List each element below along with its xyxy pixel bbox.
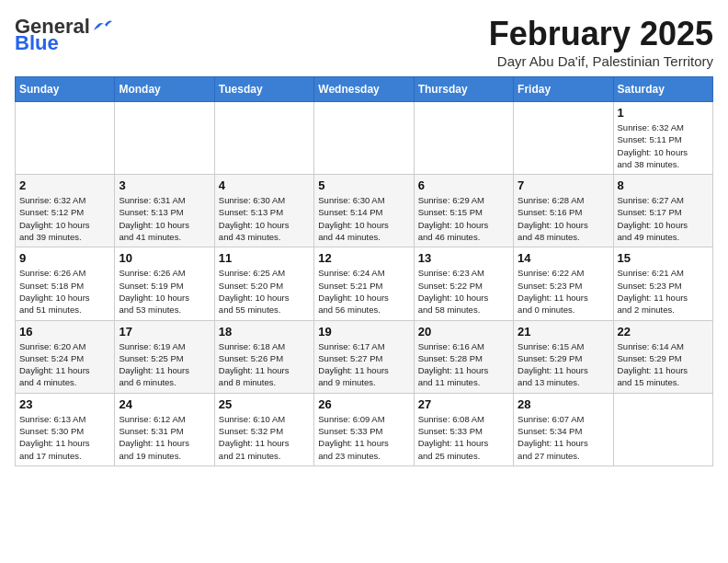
- day-of-week-header: Friday: [514, 77, 613, 102]
- day-info: Sunrise: 6:26 AM Sunset: 5:19 PM Dayligh…: [119, 267, 210, 316]
- day-info: Sunrise: 6:24 AM Sunset: 5:21 PM Dayligh…: [318, 267, 409, 316]
- calendar-cell: 6Sunrise: 6:29 AM Sunset: 5:15 PM Daylig…: [414, 175, 513, 247]
- calendar-cell: [514, 102, 613, 175]
- day-info: Sunrise: 6:09 AM Sunset: 5:33 PM Dayligh…: [318, 413, 409, 462]
- calendar-cell: 22Sunrise: 6:14 AM Sunset: 5:29 PM Dayli…: [613, 320, 712, 393]
- day-number: 10: [119, 251, 210, 265]
- day-info: Sunrise: 6:17 AM Sunset: 5:27 PM Dayligh…: [318, 340, 409, 389]
- day-info: Sunrise: 6:14 AM Sunset: 5:29 PM Dayligh…: [618, 340, 709, 389]
- day-info: Sunrise: 6:10 AM Sunset: 5:32 PM Dayligh…: [219, 413, 310, 462]
- day-number: 28: [518, 397, 609, 411]
- calendar-cell: 27Sunrise: 6:08 AM Sunset: 5:33 PM Dayli…: [414, 393, 513, 465]
- calendar-cell: 16Sunrise: 6:20 AM Sunset: 5:24 PM Dayli…: [16, 320, 115, 393]
- day-info: Sunrise: 6:26 AM Sunset: 5:18 PM Dayligh…: [19, 267, 110, 316]
- calendar-cell: 25Sunrise: 6:10 AM Sunset: 5:32 PM Dayli…: [214, 393, 313, 465]
- day-number: 27: [418, 397, 509, 411]
- calendar-cell: 15Sunrise: 6:21 AM Sunset: 5:23 PM Dayli…: [613, 247, 712, 320]
- title-area: February 2025 Dayr Abu Da'if, Palestinia…: [489, 15, 713, 69]
- day-number: 9: [19, 251, 110, 265]
- day-number: 18: [219, 325, 310, 339]
- calendar-cell: [214, 102, 313, 175]
- calendar-cell: 8Sunrise: 6:27 AM Sunset: 5:17 PM Daylig…: [613, 175, 712, 247]
- day-info: Sunrise: 6:29 AM Sunset: 5:15 PM Dayligh…: [418, 194, 509, 243]
- day-number: 11: [219, 251, 310, 265]
- location: Dayr Abu Da'if, Palestinian Territory: [489, 53, 713, 69]
- day-number: 3: [119, 178, 210, 192]
- calendar-cell: 23Sunrise: 6:13 AM Sunset: 5:30 PM Dayli…: [16, 393, 115, 465]
- day-number: 24: [119, 397, 210, 411]
- day-info: Sunrise: 6:28 AM Sunset: 5:16 PM Dayligh…: [518, 194, 609, 243]
- calendar-cell: 2Sunrise: 6:32 AM Sunset: 5:12 PM Daylig…: [16, 175, 115, 247]
- day-number: 4: [219, 178, 310, 192]
- calendar-cell: [16, 102, 115, 175]
- day-info: Sunrise: 6:32 AM Sunset: 5:12 PM Dayligh…: [19, 194, 110, 243]
- page-header: General Blue February 2025 Dayr Abu Da'i…: [15, 15, 713, 69]
- day-info: Sunrise: 6:20 AM Sunset: 5:24 PM Dayligh…: [19, 340, 110, 389]
- calendar-cell: 11Sunrise: 6:25 AM Sunset: 5:20 PM Dayli…: [214, 247, 313, 320]
- day-number: 2: [19, 178, 110, 192]
- calendar-cell: [314, 102, 414, 175]
- calendar-cell: [613, 393, 712, 465]
- day-number: 23: [19, 397, 110, 411]
- calendar-table: SundayMondayTuesdayWednesdayThursdayFrid…: [15, 76, 713, 466]
- calendar-cell: 18Sunrise: 6:18 AM Sunset: 5:26 PM Dayli…: [214, 320, 313, 393]
- calendar-week-row: 9Sunrise: 6:26 AM Sunset: 5:18 PM Daylig…: [16, 247, 713, 320]
- day-number: 6: [418, 178, 509, 192]
- day-number: 8: [618, 178, 709, 192]
- day-of-week-header: Thursday: [414, 77, 513, 102]
- calendar-cell: 3Sunrise: 6:31 AM Sunset: 5:13 PM Daylig…: [115, 175, 214, 247]
- calendar-cell: 7Sunrise: 6:28 AM Sunset: 5:16 PM Daylig…: [514, 175, 613, 247]
- day-of-week-header: Monday: [115, 77, 214, 102]
- calendar-cell: 24Sunrise: 6:12 AM Sunset: 5:31 PM Dayli…: [115, 393, 214, 465]
- day-number: 12: [318, 251, 409, 265]
- calendar-cell: [414, 102, 513, 175]
- calendar-week-row: 2Sunrise: 6:32 AM Sunset: 5:12 PM Daylig…: [16, 175, 713, 247]
- day-number: 21: [518, 325, 609, 339]
- day-info: Sunrise: 6:07 AM Sunset: 5:34 PM Dayligh…: [518, 413, 609, 462]
- calendar-week-row: 1Sunrise: 6:32 AM Sunset: 5:11 PM Daylig…: [16, 102, 713, 175]
- day-info: Sunrise: 6:30 AM Sunset: 5:14 PM Dayligh…: [318, 194, 409, 243]
- calendar-cell: 17Sunrise: 6:19 AM Sunset: 5:25 PM Dayli…: [115, 320, 214, 393]
- day-info: Sunrise: 6:16 AM Sunset: 5:28 PM Dayligh…: [418, 340, 509, 389]
- day-info: Sunrise: 6:27 AM Sunset: 5:17 PM Dayligh…: [618, 194, 709, 243]
- month-title: February 2025: [489, 15, 713, 53]
- day-number: 13: [418, 251, 509, 265]
- day-number: 22: [618, 325, 709, 339]
- day-info: Sunrise: 6:23 AM Sunset: 5:22 PM Dayligh…: [418, 267, 509, 316]
- day-number: 20: [418, 325, 509, 339]
- day-number: 19: [318, 325, 409, 339]
- calendar-cell: 9Sunrise: 6:26 AM Sunset: 5:18 PM Daylig…: [16, 247, 115, 320]
- day-of-week-header: Tuesday: [214, 77, 313, 102]
- calendar-week-row: 23Sunrise: 6:13 AM Sunset: 5:30 PM Dayli…: [16, 393, 713, 465]
- day-number: 1: [618, 106, 709, 120]
- day-number: 25: [219, 397, 310, 411]
- day-of-week-header: Sunday: [16, 77, 115, 102]
- calendar-cell: 21Sunrise: 6:15 AM Sunset: 5:29 PM Dayli…: [514, 320, 613, 393]
- day-info: Sunrise: 6:18 AM Sunset: 5:26 PM Dayligh…: [219, 340, 310, 389]
- day-info: Sunrise: 6:19 AM Sunset: 5:25 PM Dayligh…: [119, 340, 210, 389]
- calendar-cell: 5Sunrise: 6:30 AM Sunset: 5:14 PM Daylig…: [314, 175, 414, 247]
- calendar-cell: 26Sunrise: 6:09 AM Sunset: 5:33 PM Dayli…: [314, 393, 414, 465]
- logo-bird-icon: [92, 17, 112, 32]
- day-info: Sunrise: 6:21 AM Sunset: 5:23 PM Dayligh…: [618, 267, 709, 316]
- day-info: Sunrise: 6:31 AM Sunset: 5:13 PM Dayligh…: [119, 194, 210, 243]
- day-number: 14: [518, 251, 609, 265]
- day-number: 15: [618, 251, 709, 265]
- day-info: Sunrise: 6:13 AM Sunset: 5:30 PM Dayligh…: [19, 413, 110, 462]
- logo-blue: Blue: [15, 31, 59, 55]
- calendar-cell: 1Sunrise: 6:32 AM Sunset: 5:11 PM Daylig…: [613, 102, 712, 175]
- calendar-cell: 10Sunrise: 6:26 AM Sunset: 5:19 PM Dayli…: [115, 247, 214, 320]
- calendar-cell: 19Sunrise: 6:17 AM Sunset: 5:27 PM Dayli…: [314, 320, 414, 393]
- day-info: Sunrise: 6:25 AM Sunset: 5:20 PM Dayligh…: [219, 267, 310, 316]
- logo: General Blue: [15, 15, 112, 55]
- calendar-cell: 12Sunrise: 6:24 AM Sunset: 5:21 PM Dayli…: [314, 247, 414, 320]
- calendar-week-row: 16Sunrise: 6:20 AM Sunset: 5:24 PM Dayli…: [16, 320, 713, 393]
- day-info: Sunrise: 6:32 AM Sunset: 5:11 PM Dayligh…: [618, 121, 709, 170]
- calendar-cell: 28Sunrise: 6:07 AM Sunset: 5:34 PM Dayli…: [514, 393, 613, 465]
- calendar-cell: 14Sunrise: 6:22 AM Sunset: 5:23 PM Dayli…: [514, 247, 613, 320]
- day-info: Sunrise: 6:12 AM Sunset: 5:31 PM Dayligh…: [119, 413, 210, 462]
- day-number: 16: [19, 325, 110, 339]
- calendar-cell: 13Sunrise: 6:23 AM Sunset: 5:22 PM Dayli…: [414, 247, 513, 320]
- calendar-cell: [115, 102, 214, 175]
- day-number: 7: [518, 178, 609, 192]
